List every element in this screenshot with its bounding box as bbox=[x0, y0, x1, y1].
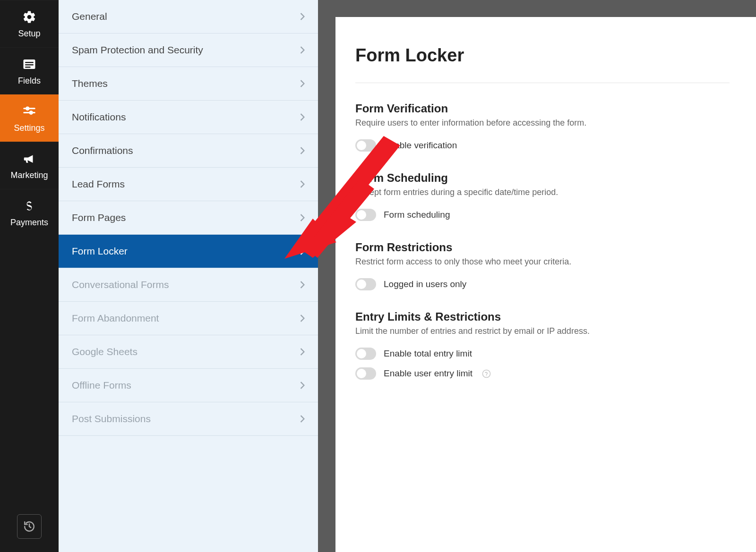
toggle-row-enable-verification: Enable verification bbox=[355, 139, 730, 152]
submenu-item-offline-forms[interactable]: Offline Forms bbox=[59, 369, 318, 402]
submenu-item-label: Themes bbox=[72, 78, 108, 89]
section-heading: Form Verification bbox=[355, 102, 730, 115]
chevron-right-icon bbox=[300, 382, 305, 389]
nav-item-setup[interactable]: Setup bbox=[0, 0, 59, 47]
chevron-right-icon bbox=[300, 348, 305, 356]
toggle-row-form-scheduling: Form scheduling bbox=[355, 209, 730, 221]
submenu-item-form-abandonment[interactable]: Form Abandonment bbox=[59, 302, 318, 335]
submenu-item-spam-protection[interactable]: Spam Protection and Security bbox=[59, 34, 318, 67]
submenu-item-google-sheets[interactable]: Google Sheets bbox=[59, 335, 318, 369]
chevron-right-icon bbox=[300, 180, 305, 188]
chevron-right-icon bbox=[300, 113, 305, 121]
chevron-right-icon bbox=[300, 415, 305, 423]
chevron-right-icon bbox=[300, 314, 305, 322]
submenu-item-label: Form Abandonment bbox=[72, 313, 159, 324]
panel-title: Form Locker bbox=[355, 45, 730, 66]
svg-point-8 bbox=[483, 370, 490, 377]
revisions-button[interactable] bbox=[17, 514, 42, 539]
builder-nav-rail: Setup Fields Settings Marketing Payments bbox=[0, 0, 59, 552]
nav-item-marketing[interactable]: Marketing bbox=[0, 142, 59, 189]
toggle-label: Enable verification bbox=[384, 140, 457, 151]
chevron-right-icon bbox=[300, 281, 305, 289]
toggle-form-scheduling[interactable] bbox=[355, 209, 376, 221]
section-heading: Entry Limits & Restrictions bbox=[355, 310, 730, 323]
toggle-total-entry-limit[interactable] bbox=[355, 348, 376, 360]
svg-point-7 bbox=[30, 111, 33, 114]
toggle-enable-verification[interactable] bbox=[355, 139, 376, 152]
section-form-verification: Form Verification Require users to enter… bbox=[355, 102, 730, 152]
submenu-item-post-submissions[interactable]: Post Submissions bbox=[59, 402, 318, 436]
submenu-item-form-pages[interactable]: Form Pages bbox=[59, 201, 318, 235]
submenu-item-label: Form Pages bbox=[72, 212, 126, 223]
toggle-label: Form scheduling bbox=[384, 210, 450, 220]
dollar-icon bbox=[21, 198, 37, 214]
toggle-label: Enable user entry limit bbox=[384, 368, 472, 379]
toggle-row-logged-in-users: Logged in users only bbox=[355, 278, 730, 290]
toggle-row-user-entry-limit: Enable user entry limit bbox=[355, 367, 730, 380]
bullhorn-icon bbox=[21, 151, 37, 167]
section-form-restrictions: Form Restrictions Restrict form access t… bbox=[355, 241, 730, 290]
submenu-item-label: General bbox=[72, 11, 107, 22]
section-heading: Form Restrictions bbox=[355, 241, 730, 254]
submenu-item-conversational-forms[interactable]: Conversational Forms bbox=[59, 268, 318, 302]
toggle-user-entry-limit[interactable] bbox=[355, 367, 376, 380]
submenu-item-lead-forms[interactable]: Lead Forms bbox=[59, 168, 318, 201]
nav-item-fields[interactable]: Fields bbox=[0, 47, 59, 94]
nav-item-label: Settings bbox=[14, 123, 44, 133]
section-desc: Require users to enter information befor… bbox=[355, 118, 730, 128]
submenu-item-label: Google Sheets bbox=[72, 346, 137, 357]
submenu-item-label: Offline Forms bbox=[72, 380, 131, 391]
chevron-right-icon bbox=[300, 214, 305, 221]
chevron-right-icon bbox=[300, 247, 305, 255]
nav-item-payments[interactable]: Payments bbox=[0, 189, 59, 236]
chevron-right-icon bbox=[300, 147, 305, 154]
gear-icon bbox=[21, 9, 37, 25]
submenu-item-form-locker[interactable]: Form Locker bbox=[59, 235, 318, 268]
toggle-row-total-entry-limit: Enable total entry limit bbox=[355, 348, 730, 360]
help-icon[interactable] bbox=[482, 369, 491, 378]
submenu-item-label: Post Submissions bbox=[72, 413, 151, 425]
submenu-item-label: Spam Protection and Security bbox=[72, 44, 203, 56]
chevron-right-icon bbox=[300, 46, 305, 54]
toggle-label: Logged in users only bbox=[384, 279, 466, 289]
section-entry-limits: Entry Limits & Restrictions Limit the nu… bbox=[355, 310, 730, 380]
nav-item-settings[interactable]: Settings bbox=[0, 94, 59, 142]
nav-item-label: Fields bbox=[18, 76, 41, 86]
submenu-item-notifications[interactable]: Notifications bbox=[59, 101, 318, 134]
submenu-item-confirmations[interactable]: Confirmations bbox=[59, 134, 318, 168]
section-desc: Limit the number of entries and restrict… bbox=[355, 326, 730, 336]
svg-point-5 bbox=[26, 107, 29, 110]
form-list-icon bbox=[21, 56, 37, 72]
section-heading: Form Scheduling bbox=[355, 171, 730, 185]
form-locker-panel: Form Locker Form Verification Require us… bbox=[335, 17, 756, 552]
settings-submenu: General Spam Protection and Security The… bbox=[59, 0, 318, 552]
submenu-item-general[interactable]: General bbox=[59, 0, 318, 34]
sliders-icon bbox=[21, 103, 37, 119]
chevron-right-icon bbox=[300, 80, 305, 87]
submenu-item-label: Notifications bbox=[72, 111, 126, 123]
chevron-right-icon bbox=[300, 13, 305, 20]
panel-divider bbox=[355, 83, 730, 83]
toggle-logged-in-users[interactable] bbox=[355, 278, 376, 290]
submenu-item-label: Confirmations bbox=[72, 145, 133, 156]
panel-wrap: Form Locker Form Verification Require us… bbox=[335, 0, 756, 552]
nav-item-label: Marketing bbox=[10, 170, 48, 180]
submenu-item-themes[interactable]: Themes bbox=[59, 67, 318, 101]
submenu-item-label: Conversational Forms bbox=[72, 279, 169, 290]
toggle-label: Enable total entry limit bbox=[384, 348, 472, 359]
submenu-item-label: Lead Forms bbox=[72, 178, 125, 190]
submenu-item-label: Form Locker bbox=[72, 246, 128, 257]
section-desc: Accept form entries during a specific da… bbox=[355, 187, 730, 197]
svg-point-9 bbox=[486, 375, 487, 376]
nav-item-label: Setup bbox=[18, 29, 40, 39]
section-desc: Restrict form access to only those who m… bbox=[355, 257, 730, 267]
nav-item-label: Payments bbox=[10, 218, 48, 228]
history-icon bbox=[23, 520, 35, 533]
section-form-scheduling: Form Scheduling Accept form entries duri… bbox=[355, 171, 730, 221]
